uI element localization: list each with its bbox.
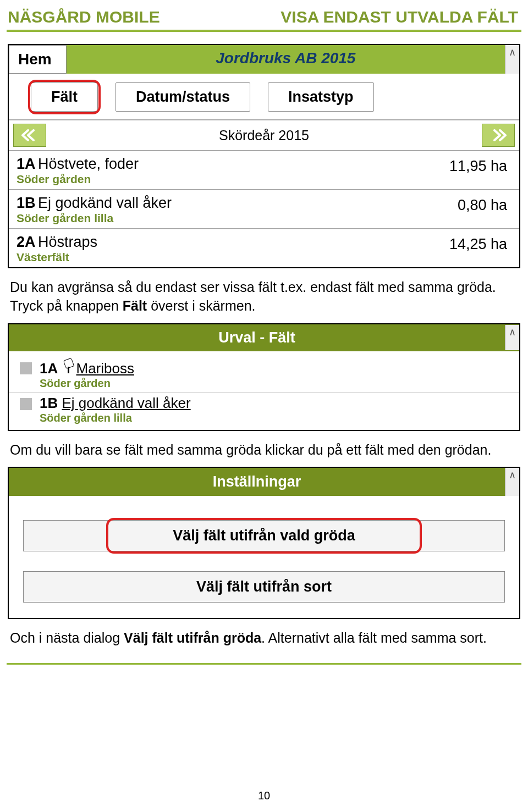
field-farm: Söder gården xyxy=(40,377,134,390)
choose-by-crop-button[interactable]: Välj fält utifrån vald gröda xyxy=(23,520,505,551)
urval-topbar: Urval - Fält ∧ xyxy=(9,324,519,351)
year-selector: Skördeår 2015 xyxy=(9,120,519,151)
page-header: NÄSGÅRD MOBILE VISA ENDAST UTVALDA FÄLT xyxy=(0,0,528,30)
next-year-button[interactable] xyxy=(482,124,515,147)
settings-topbar: Inställningar ∧ xyxy=(9,468,519,496)
footer-rule xyxy=(7,663,521,665)
prev-year-button[interactable] xyxy=(13,124,46,147)
header-right: VISA ENDAST UTVALDA FÄLT xyxy=(280,8,518,26)
field-row[interactable]: 1B Ej godkänd vall åker Söder gården lil… xyxy=(9,190,519,229)
field-code: 2A xyxy=(16,234,36,250)
urval-title: Urval - Fält xyxy=(9,324,505,351)
field-farm: Söder gården xyxy=(16,173,139,186)
harvest-year-label: Skördeår 2015 xyxy=(51,128,477,143)
field-crop: Höstvete, foder xyxy=(38,156,139,172)
tab-falt[interactable]: Fält xyxy=(31,82,98,112)
field-code: 1A xyxy=(16,156,36,172)
settings-title: Inställningar xyxy=(9,468,505,496)
checkbox[interactable] xyxy=(20,362,32,374)
header-left: NÄSGÅRD MOBILE xyxy=(8,8,160,26)
page-number: 10 xyxy=(0,789,528,802)
field-code: 1B xyxy=(40,395,58,411)
field-crop: Ej godkänd vall åker xyxy=(62,395,190,411)
urval-row[interactable]: 1A Mariboss Söder gården xyxy=(9,357,519,393)
app-topbar: Hem Jordbruks AB 2015 ∧ xyxy=(9,45,519,74)
checkbox[interactable] xyxy=(20,398,32,410)
tab-insatstyp[interactable]: Insatstyp xyxy=(268,82,374,112)
home-button[interactable]: Hem xyxy=(9,45,67,74)
field-variety: Mariboss xyxy=(76,360,134,377)
field-row[interactable]: 1A Höstvete, foder Söder gården 11,95 ha xyxy=(9,151,519,190)
field-farm: Söder gården lilla xyxy=(40,412,191,424)
choose-by-variety-button[interactable]: Välj fält utifrån sort xyxy=(23,571,505,603)
instruction-paragraph-1: Du kan avgränsa så du endast ser vissa f… xyxy=(10,278,518,316)
screenshot-urval-falt: Urval - Fält ∧ 1A Mariboss Söder gården … xyxy=(8,323,520,431)
tab-row: Fält Datum/status Insatstyp xyxy=(9,74,519,120)
field-row[interactable]: 2A Höstraps Västerfält 14,25 ha xyxy=(9,229,519,267)
field-farm: Söder gården lilla xyxy=(16,212,172,225)
field-crop: Ej godkänd vall åker xyxy=(38,195,172,211)
scrollbar-up-icon[interactable]: ∧ xyxy=(505,325,519,350)
field-code: 1B xyxy=(16,195,36,211)
urval-row[interactable]: 1B Ej godkänd vall åker Söder gården lil… xyxy=(9,393,519,427)
instruction-paragraph-3: Och i nästa dialog Välj fält utifrån grö… xyxy=(10,629,518,648)
screenshot-field-list: Hem Jordbruks AB 2015 ∧ Fält Datum/statu… xyxy=(8,44,520,268)
field-code: 1A xyxy=(40,360,58,377)
app-title: Jordbruks AB 2015 xyxy=(67,45,505,74)
header-rule xyxy=(7,30,521,32)
field-area: 0,80 ha xyxy=(458,195,507,214)
scrollbar-up-icon[interactable]: ∧ xyxy=(505,468,519,496)
tab-datum-status[interactable]: Datum/status xyxy=(116,82,250,112)
field-area: 14,25 ha xyxy=(449,234,507,253)
instruction-paragraph-2: Om du vill bara se fält med samma gröda … xyxy=(10,441,518,460)
scrollbar-up-icon[interactable]: ∧ xyxy=(505,45,519,74)
field-crop: Höstraps xyxy=(38,234,97,250)
pointer-cursor-icon xyxy=(63,362,75,377)
field-area: 11,95 ha xyxy=(449,156,507,175)
field-farm: Västerfält xyxy=(16,251,97,264)
screenshot-installningar: Inställningar ∧ Välj fält utifrån vald g… xyxy=(8,467,520,619)
